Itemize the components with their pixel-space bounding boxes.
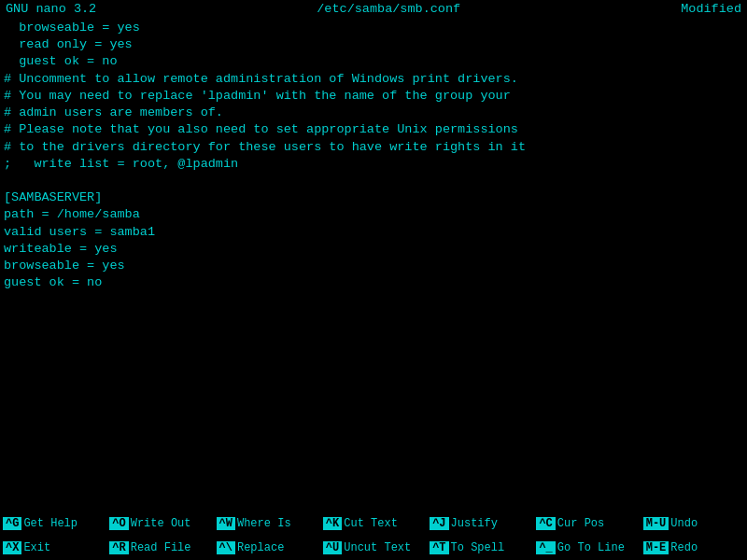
cmd-item-r2-6[interactable]: M-ERedo: [641, 536, 747, 560]
cmd-key: M-E: [643, 541, 669, 554]
bottom-bar: ^GGet Help^OWrite Out^WWhere Is^KCut Tex…: [0, 511, 747, 560]
cmd-label: Exit: [23, 541, 50, 554]
cmd-item-r2-4[interactable]: ^TTo Spell: [427, 536, 533, 560]
cmd-item-r2-3[interactable]: ^UUncut Text: [320, 536, 427, 560]
modified-status: Modified: [681, 2, 741, 16]
cmd-key: ^R: [109, 541, 128, 554]
editor-area[interactable]: browseable = yes read only = yes guest o…: [0, 18, 747, 495]
cmd-key: ^J: [430, 517, 448, 530]
cmd-label: Cut Text: [344, 517, 398, 530]
cmd-label: Uncut Text: [344, 541, 411, 554]
cmd-key: ^C: [536, 517, 555, 530]
cmd-label: Redo: [670, 541, 698, 554]
cmd-key: ^\: [217, 541, 235, 554]
cmd-label: Go To Line: [557, 541, 625, 554]
cmd-item-r1-4[interactable]: ^JJustify: [427, 511, 533, 536]
cmd-item-r1-3[interactable]: ^KCut Text: [320, 511, 427, 536]
cmd-key: ^U: [323, 541, 342, 554]
cmd-item-r2-2[interactable]: ^\Replace: [214, 536, 320, 560]
cmd-label: Read File: [131, 541, 191, 554]
cmd-item-r2-5[interactable]: ^_Go To Line: [533, 536, 640, 560]
file-path: /etc/samba/smb.conf: [317, 2, 460, 16]
cmd-item-r2-1[interactable]: ^RRead File: [106, 536, 213, 560]
cmd-key: ^K: [323, 517, 342, 530]
cmd-label: Get Help: [23, 517, 78, 530]
cmd-key: ^X: [3, 541, 21, 554]
cmd-key: ^O: [109, 517, 128, 530]
cmd-item-r1-2[interactable]: ^WWhere Is: [214, 511, 320, 536]
cmd-label: Where Is: [237, 517, 291, 530]
cmd-key: ^G: [3, 517, 21, 530]
cmd-item-r2-0[interactable]: ^XExit: [0, 536, 106, 560]
cmd-key: ^T: [430, 541, 448, 554]
cmd-key: M-U: [643, 517, 669, 530]
cmd-label: Replace: [237, 541, 284, 554]
cmd-key: ^_: [536, 541, 555, 554]
cmd-item-r1-1[interactable]: ^OWrite Out: [106, 511, 213, 536]
cmd-label: Undo: [670, 517, 698, 530]
cmd-item-r1-0[interactable]: ^GGet Help: [0, 511, 106, 536]
title-bar: GNU nano 3.2 /etc/samba/smb.conf Modifie…: [0, 0, 747, 18]
cmd-label: To Spell: [451, 541, 505, 554]
cmd-item-r1-5[interactable]: ^CCur Pos: [533, 511, 640, 536]
cmd-label: Write Out: [131, 517, 191, 530]
cmd-key: ^W: [217, 517, 235, 530]
cmd-item-r1-6[interactable]: M-UUndo: [641, 511, 747, 536]
status-bar: [0, 495, 747, 511]
cmd-label: Justify: [451, 517, 498, 530]
cmd-label: Cur Pos: [557, 517, 604, 530]
app-name: GNU nano 3.2: [6, 2, 96, 16]
